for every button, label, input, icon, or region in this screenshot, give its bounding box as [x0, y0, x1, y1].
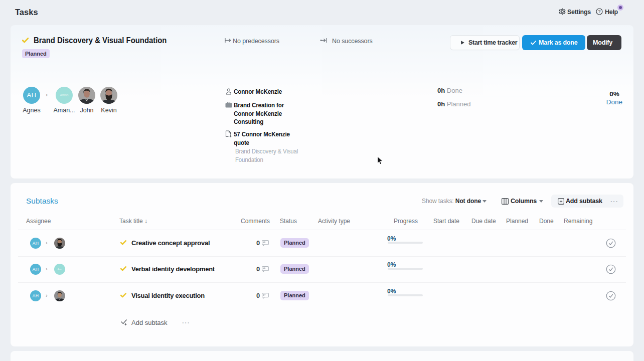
svg-text:?: ? — [598, 9, 600, 14]
